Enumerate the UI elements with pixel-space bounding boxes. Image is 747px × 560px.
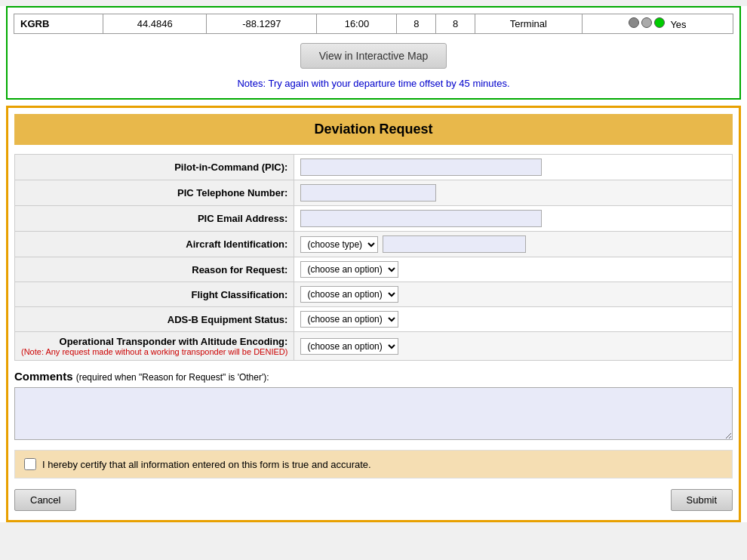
flight-class-select[interactable]: (choose an option) Part 91 Part 135 Part… <box>300 286 398 303</box>
airport-lat: 44.4846 <box>103 14 207 34</box>
pic-phone-input[interactable] <box>300 184 436 202</box>
dot-1 <box>629 17 639 28</box>
airport-table-wrapper: KGRB 44.4846 -88.1297 16:00 8 8 Terminal <box>14 14 733 34</box>
certify-checkbox[interactable] <box>24 458 36 470</box>
comments-textarea[interactable] <box>14 387 733 440</box>
view-map-button[interactable]: View in Interactive Map <box>300 43 447 69</box>
comments-required-note: (required when "Reason for Request" is '… <box>76 372 269 383</box>
airport-type: Terminal <box>475 14 582 34</box>
transponder-note: (Note: Any request made without a workin… <box>21 347 287 356</box>
reason-row: Reason for Request: (choose an option) W… <box>15 257 733 282</box>
comments-section: Comments (required when "Reason for Requ… <box>14 370 733 442</box>
pic-email-input-cell <box>294 206 733 232</box>
deviation-section: Deviation Request Pilot-in-Command (PIC)… <box>6 106 741 522</box>
dot-2 <box>641 17 652 28</box>
pic-phone-row: PIC Telephone Number: <box>15 180 733 206</box>
transponder-label-cell: Operational Transponder with Altitude En… <box>15 332 294 361</box>
transponder-label: Operational Transponder with Altitude En… <box>60 336 288 347</box>
pic-email-input[interactable] <box>300 210 542 227</box>
transponder-row: Operational Transponder with Altitude En… <box>15 332 733 361</box>
flight-class-row: Flight Classification: (choose an option… <box>15 282 733 307</box>
submit-button[interactable]: Submit <box>671 489 733 511</box>
airport-yes: Yes <box>670 19 686 30</box>
comments-title: Comments <box>14 370 73 383</box>
pic-input-cell <box>294 155 733 180</box>
pic-phone-label: PIC Telephone Number: <box>15 180 294 206</box>
notes-text: Notes: Try again with your departure tim… <box>14 75 733 92</box>
airport-lon: -88.1297 <box>207 14 317 34</box>
dot-3 <box>654 17 665 28</box>
transponder-select-cell: (choose an option) Yes No <box>294 332 733 361</box>
reason-label: Reason for Request: <box>15 257 294 282</box>
airport-status-cell: Yes <box>582 14 733 34</box>
airport-time: 16:00 <box>317 14 397 34</box>
map-button-row: View in Interactive Map <box>14 34 733 75</box>
pic-email-label: PIC Email Address: <box>15 206 294 232</box>
certify-text: I hereby certify that all information en… <box>42 459 371 470</box>
airport-table: KGRB 44.4846 -88.1297 16:00 8 8 Terminal <box>14 14 733 34</box>
airport-col2: 8 <box>436 14 475 34</box>
deviation-form-table: Pilot-in-Command (PIC): PIC Telephone Nu… <box>14 154 733 361</box>
pic-input[interactable] <box>300 158 542 176</box>
aircraft-id-controls: (choose type) N-Number ICAO Military <box>300 235 726 253</box>
cancel-button[interactable]: Cancel <box>14 489 76 511</box>
comments-label: Comments (required when "Reason for Requ… <box>14 370 733 383</box>
adsb-select[interactable]: (choose an option) Equipped Not Equipped… <box>300 311 398 328</box>
airport-identifier: KGRB <box>14 14 103 34</box>
pic-email-row: PIC Email Address: <box>15 206 733 232</box>
aircraft-id-input[interactable] <box>383 235 526 253</box>
status-dots <box>629 17 665 28</box>
aircraft-id-input-cell: (choose type) N-Number ICAO Military <box>294 232 733 257</box>
adsb-row: ADS-B Equipment Status: (choose an optio… <box>15 307 733 332</box>
aircraft-id-row: Aircraft Identification: (choose type) N… <box>15 232 733 257</box>
page-wrapper: KGRB 44.4846 -88.1297 16:00 8 8 Terminal <box>0 6 747 522</box>
flight-class-label: Flight Classification: <box>15 282 294 307</box>
aircraft-type-select[interactable]: (choose type) N-Number ICAO Military <box>300 236 378 253</box>
transponder-select[interactable]: (choose an option) Yes No <box>300 338 398 355</box>
buttons-row: Cancel Submit <box>14 486 733 514</box>
pic-phone-input-cell <box>294 180 733 206</box>
flight-class-select-cell: (choose an option) Part 91 Part 135 Part… <box>294 282 733 307</box>
adsb-label: ADS-B Equipment Status: <box>15 307 294 332</box>
reason-select[interactable]: (choose an option) Weather Emergency Oth… <box>300 261 398 278</box>
deviation-header: Deviation Request <box>14 114 733 145</box>
pic-label: Pilot-in-Command (PIC): <box>15 155 294 180</box>
airport-row: KGRB 44.4846 -88.1297 16:00 8 8 Terminal <box>14 14 733 34</box>
airport-col1: 8 <box>397 14 436 34</box>
adsb-select-cell: (choose an option) Equipped Not Equipped… <box>294 307 733 332</box>
reason-select-cell: (choose an option) Weather Emergency Oth… <box>294 257 733 282</box>
certify-row: I hereby certify that all information en… <box>14 450 733 478</box>
top-section: KGRB 44.4846 -88.1297 16:00 8 8 Terminal <box>6 6 741 100</box>
aircraft-id-label: Aircraft Identification: <box>15 232 294 257</box>
pic-row: Pilot-in-Command (PIC): <box>15 155 733 180</box>
